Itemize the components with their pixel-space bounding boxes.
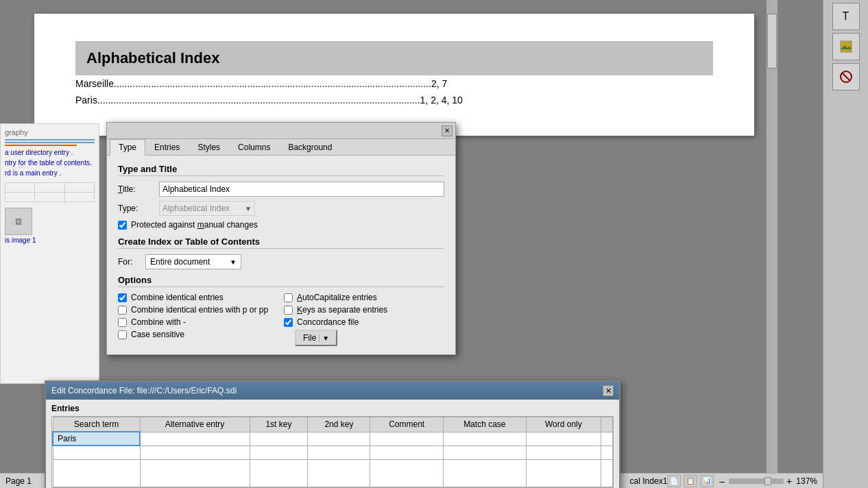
alphabetical-index-dialog: ✕ Type Entries Styles Columns Background… <box>106 122 456 355</box>
section-type-title: Type and Title <box>118 164 444 176</box>
for-select[interactable]: Entire document ▼ <box>145 254 241 269</box>
concordance-titlebar: Edit Concordance File: file:///C:/Users/… <box>46 382 619 400</box>
cell-empty-b4[interactable] <box>308 459 370 487</box>
cell-search-term[interactable]: Paris <box>53 432 140 446</box>
type-row: Type: Alphabetical Index ▼ <box>118 201 444 216</box>
type-dropdown-arrow: ▼ <box>245 205 252 212</box>
entry-pages: 2, 7 <box>431 78 447 89</box>
concordance-file-label: Concordance file <box>297 317 359 327</box>
concordance-file-checkbox[interactable] <box>284 318 293 327</box>
file-button-label: File <box>303 333 316 343</box>
cell-empty-b3[interactable] <box>250 459 308 487</box>
entry-dots: ........................................… <box>97 95 420 106</box>
combine-with-label: Combine with - <box>131 317 186 327</box>
cell-word-only[interactable] <box>526 432 601 446</box>
sidebar-image-icon[interactable] <box>832 33 860 60</box>
protected-row: Protected against manual changes <box>118 220 444 230</box>
case-sensitive-label: Case sensitive <box>131 330 184 339</box>
cell-alternative-entry[interactable] <box>140 432 250 446</box>
protected-label: Protected against manual changes <box>131 220 258 230</box>
title-input[interactable] <box>159 182 444 197</box>
cell-1st-key[interactable] <box>250 432 308 446</box>
concordance-file-row: Concordance file <box>284 317 444 327</box>
combine-p-pp-label: Combine identical entries with p or pp <box>131 305 268 315</box>
concordance-close-button[interactable]: ✕ <box>603 385 614 396</box>
left-panel-line-orange <box>5 145 77 146</box>
cell-empty-b7[interactable] <box>526 459 601 487</box>
cell-empty-6[interactable] <box>443 446 526 459</box>
case-sensitive-checkbox[interactable] <box>118 330 127 339</box>
cell-2nd-key[interactable] <box>308 432 370 446</box>
cell-comment[interactable] <box>370 432 443 446</box>
index-title: Alphabetical Index <box>86 49 219 66</box>
zoom-slider[interactable] <box>729 478 784 484</box>
entries-table-wrapper: Search term Alternative entry 1st key 2n… <box>51 416 614 488</box>
left-panel-text-1: a user directory entry . <box>5 149 95 156</box>
file-button-container: File ▼ <box>295 330 444 346</box>
dialog-close-button[interactable]: ✕ <box>442 125 453 136</box>
cell-empty-3[interactable] <box>250 446 308 459</box>
right-sidebar: T <box>823 0 868 488</box>
tab-columns[interactable]: Columns <box>229 139 279 155</box>
sidebar-text-icon[interactable]: T <box>832 3 860 30</box>
case-sensitive-row: Case sensitive <box>118 330 278 339</box>
status-page-icon-3[interactable]: 📊 <box>700 475 714 487</box>
autocapitalize-row: AutoCapitalize entries <box>284 293 444 302</box>
cell-empty-4[interactable] <box>308 446 370 459</box>
autocapitalize-label: AutoCapitalize entries <box>297 293 377 302</box>
tab-styles[interactable]: Styles <box>189 139 229 155</box>
file-button[interactable]: File ▼ <box>295 330 337 346</box>
type-value: Alphabetical Index <box>162 204 230 213</box>
zoom-minus[interactable]: – <box>719 476 725 487</box>
concordance-body: Entries Search term Alternative entry 1s… <box>46 400 619 488</box>
col-match-case: Match case <box>443 417 526 432</box>
autocapitalize-checkbox[interactable] <box>284 293 293 302</box>
cell-empty-b1[interactable] <box>53 459 140 487</box>
status-page-icon-2[interactable]: 📋 <box>684 475 697 487</box>
title-row: Title: <box>118 182 444 197</box>
tab-background[interactable]: Background <box>279 139 341 155</box>
tab-entries[interactable]: Entries <box>145 139 189 155</box>
cell-empty-b2[interactable] <box>140 459 250 487</box>
for-label: For: <box>118 257 145 267</box>
combine-identical-checkbox[interactable] <box>118 293 127 302</box>
cell-empty-5[interactable] <box>370 446 443 459</box>
cell-empty-1[interactable] <box>53 446 140 459</box>
combine-identical-label: Combine identical entries <box>131 293 224 302</box>
zoom-thumb[interactable] <box>764 477 771 485</box>
concordance-title: Edit Concordance File: file:///C:/Users/… <box>51 386 237 395</box>
cell-empty-7[interactable] <box>526 446 601 459</box>
file-button-arrow: ▼ <box>319 334 329 342</box>
index-title-bar: Alphabetical Index <box>75 41 713 75</box>
cell-empty-2[interactable] <box>140 446 250 459</box>
section-create-title: Create Index or Table of Contents <box>118 236 444 249</box>
protected-checkbox[interactable] <box>118 221 127 230</box>
col-2nd-key: 2nd key <box>308 417 370 432</box>
cell-empty-b5[interactable] <box>370 459 443 487</box>
cell-empty <box>601 432 613 446</box>
scroll-thumb[interactable] <box>767 14 777 69</box>
combine-p-pp-checkbox[interactable] <box>118 306 127 315</box>
options-right: AutoCapitalize entries Keys as separate … <box>284 293 444 346</box>
concordance-dialog: Edit Concordance File: file:///C:/Users/… <box>45 380 620 488</box>
left-panel-text-2: ntry for the table of contents. <box>5 159 95 167</box>
options-left: Combine identical entries Combine identi… <box>118 293 278 346</box>
cell-empty-8 <box>601 446 613 459</box>
type-label: Type: <box>118 204 159 213</box>
cell-match-case[interactable] <box>443 432 526 446</box>
document-page: Alphabetical Index Marseille............… <box>34 14 754 136</box>
col-scrollbar <box>601 417 613 432</box>
tab-type[interactable]: Type <box>110 139 145 156</box>
image-label: is image 1 <box>5 236 95 244</box>
dialog-tabs: Type Entries Styles Columns Background <box>107 139 455 156</box>
status-page-icon-1[interactable]: 📄 <box>667 475 681 487</box>
cell-empty-b6[interactable] <box>443 459 526 487</box>
combine-with-checkbox[interactable] <box>118 318 127 327</box>
keys-separate-label: Keys as separate entries <box>297 305 387 315</box>
keys-separate-checkbox[interactable] <box>284 306 293 315</box>
combine-with-row: Combine with - <box>118 317 278 327</box>
scroll-vertical[interactable] <box>767 0 777 488</box>
sidebar-block-icon[interactable] <box>832 63 860 90</box>
zoom-plus[interactable]: + <box>786 476 792 487</box>
image-placeholder: 🖼 <box>5 208 32 235</box>
